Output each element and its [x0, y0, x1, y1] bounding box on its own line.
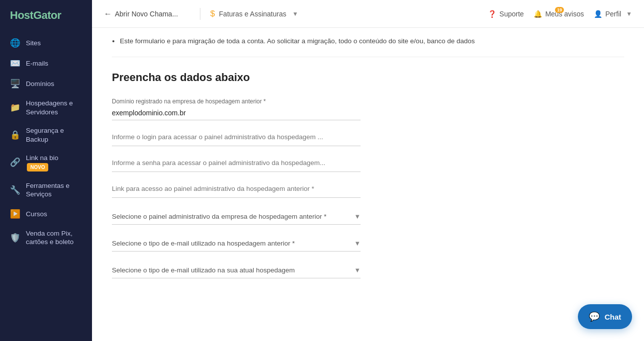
profile-label: Perfil: [605, 10, 621, 18]
sidebar-item-label: Segurança eBackup: [26, 126, 64, 144]
notifications-icon: 🔔: [534, 10, 542, 18]
main-area: ← Abrir Novo Chama... $ Faturas e Assina…: [92, 0, 644, 341]
venda-pix-icon: 🛡️: [10, 233, 20, 243]
select-email-type-arrow-icon: ▼: [354, 240, 361, 247]
sidebar-item-label: Ferramentas eServiços: [26, 181, 70, 199]
note-text: Este formulario e para migração de toda …: [120, 36, 624, 47]
invoices-label: Faturas e Assinaturas: [219, 10, 286, 18]
dominios-icon: 🖥️: [10, 79, 20, 89]
sidebar-item-cursos[interactable]: ▶️ Cursos: [0, 204, 92, 224]
profile-icon: 👤: [594, 10, 602, 18]
profile-dropdown-arrow: ▼: [626, 10, 632, 17]
password-field-group: [112, 157, 624, 172]
top-note: Este formulario e para migração de toda …: [112, 28, 624, 57]
profile-button[interactable]: 👤 Perfil ▼: [594, 10, 632, 18]
notifications-button[interactable]: 🔔 19 Meus avisos: [534, 10, 584, 18]
select-panel-placeholder: Selecione o painel administrativo da emp…: [112, 213, 327, 220]
select-email-type-placeholder: Selecione o tipo de e-mail utilizado na …: [112, 240, 295, 247]
select-email-current-placeholder: Selecione o tipo de e-mail utilizado na …: [112, 266, 295, 274]
sidebar-item-dominios[interactable]: 🖥️ Domínios: [0, 74, 92, 94]
select-panel-wrapper: Selecione o painel administrativo da emp…: [112, 209, 361, 225]
select-email-current-button[interactable]: Selecione o tipo de e-mail utilizado na …: [112, 262, 361, 278]
link-field-group: [112, 183, 624, 198]
link-input[interactable]: [112, 183, 361, 198]
domain-field-label: Domínio registrado na empresa de hospeda…: [112, 98, 624, 105]
sidebar-item-ferramentas[interactable]: 🔧 Ferramentas eServiços: [0, 176, 92, 204]
sidebar-item-label: Cursos: [26, 210, 47, 219]
chat-label: Chat: [605, 313, 621, 321]
invoices-dropdown-arrow: ▼: [292, 10, 298, 17]
sidebar: HostGator 🌐 Sites ✉️ E-mails 🖥️ Domínios…: [0, 0, 92, 341]
notifications-label: Meus avisos: [545, 10, 584, 18]
invoices-menu[interactable]: $ Faturas e Assinaturas ▼: [210, 9, 298, 19]
sidebar-item-label: Venda com Pix,cartões e boleto: [26, 229, 74, 247]
sidebar-item-hospedagens[interactable]: 📁 Hospedagens eServidores: [0, 94, 92, 121]
chat-icon: 💬: [589, 311, 600, 322]
invoices-icon: $: [210, 9, 215, 19]
sidebar-nav: 🌐 Sites ✉️ E-mails 🖥️ Domínios 📁 Hospeda…: [0, 30, 92, 255]
select-email-type-button[interactable]: Selecione o tipo de e-mail utilizado na …: [112, 236, 361, 251]
link-bio-icon: 🔗: [10, 157, 20, 168]
cursos-icon: ▶️: [10, 209, 20, 219]
sidebar-item-seguranca[interactable]: 🔒 Segurança eBackup: [0, 121, 92, 149]
sidebar-item-label: Domínios: [26, 80, 54, 88]
sidebar-item-link-bio[interactable]: 🔗 Link na bio NOVO: [0, 149, 92, 176]
select-panel-arrow-icon: ▼: [354, 213, 361, 220]
emails-icon: ✉️: [10, 58, 20, 69]
sidebar-item-label: Link na bio NOVO: [26, 154, 58, 171]
seguranca-icon: 🔒: [10, 130, 20, 140]
login-field-group: [112, 131, 624, 146]
domain-field-group: Domínio registrado na empresa de hospeda…: [112, 98, 624, 120]
select-email-current-arrow-icon: ▼: [354, 266, 361, 274]
section-title: Preencha os dados abaixo: [112, 71, 624, 84]
back-arrow-icon: ←: [104, 9, 112, 18]
support-label: Suporte: [499, 10, 524, 18]
brand-logo: HostGator: [0, 0, 92, 30]
select-panel-button[interactable]: Selecione o painel administrativo da emp…: [112, 209, 361, 224]
sidebar-item-label: Sites: [26, 39, 41, 48]
sidebar-item-label: E-mails: [26, 59, 48, 68]
ferramentas-icon: 🔧: [10, 185, 20, 195]
new-badge: NOVO: [27, 163, 48, 171]
support-icon: ❓: [488, 10, 496, 18]
back-label: Abrir Novo Chama...: [115, 10, 178, 18]
sidebar-item-venda-pix[interactable]: 🛡️ Venda com Pix,cartões e boleto: [0, 224, 92, 252]
topbar-divider: [200, 8, 200, 20]
topbar: ← Abrir Novo Chama... $ Faturas e Assina…: [92, 0, 644, 28]
notifications-badge: 19: [555, 7, 564, 13]
chat-button[interactable]: 💬 Chat: [578, 304, 632, 329]
domain-input[interactable]: [112, 107, 361, 120]
sidebar-item-emails[interactable]: ✉️ E-mails: [0, 53, 92, 74]
password-input[interactable]: [112, 157, 361, 172]
brand-name-part2: Gator: [33, 9, 61, 21]
login-input[interactable]: [112, 131, 361, 146]
select-email-current-wrapper: Selecione o tipo de e-mail utilizado na …: [112, 262, 361, 278]
page-content: Este formulario e para migração de toda …: [92, 28, 644, 341]
support-link[interactable]: ❓ Suporte: [488, 10, 524, 18]
brand-name-part1: Host: [10, 9, 33, 21]
select-email-type-wrapper: Selecione o tipo de e-mail utilizado na …: [112, 236, 361, 252]
sidebar-item-sites[interactable]: 🌐 Sites: [0, 33, 92, 53]
sidebar-item-label: Hospedagens eServidores: [26, 99, 73, 116]
hospedagens-icon: 📁: [10, 102, 20, 113]
sites-icon: 🌐: [10, 38, 20, 48]
back-button[interactable]: ← Abrir Novo Chama...: [104, 9, 178, 18]
